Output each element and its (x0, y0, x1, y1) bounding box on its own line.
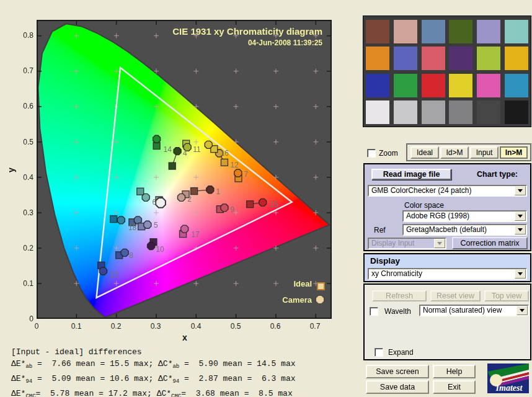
x-tick-label: 0.2 (104, 322, 128, 331)
view-mode-select[interactable]: Normal (saturated) view (419, 305, 529, 316)
chevron-down-icon (516, 306, 528, 315)
exit-button[interactable]: Exit (433, 380, 476, 394)
chromaticity-plot-canvas (37, 20, 332, 319)
chart-type-label: Chart type: (458, 170, 518, 179)
x-tick-label: 0.4 (184, 322, 208, 331)
y-tick-label: 0.6 (11, 102, 33, 110)
help-button[interactable]: Help (433, 365, 476, 378)
display-panel: Display xy Chromaticity (363, 253, 531, 282)
chart-timestamp: 04-Jun-2008 11:39:25 (248, 38, 322, 47)
reference-select[interactable]: GretagMacbeth (default) (402, 224, 527, 236)
x-tick-label: 0.1 (64, 322, 89, 331)
color-patch (394, 100, 417, 124)
x-tick-label: 0.3 (143, 322, 168, 331)
color-space-select[interactable]: Adobe RGB (1998) (402, 210, 527, 222)
colorchecker-patch-panel (363, 16, 531, 127)
zoom-checkbox[interactable] (367, 149, 376, 158)
read-image-file-button[interactable]: Read image file (371, 169, 451, 180)
wavelength-checkbox-label: Wavelth (384, 307, 411, 316)
ideal-marker-icon (317, 282, 325, 290)
chevron-down-icon (515, 186, 526, 195)
color-patch (366, 47, 389, 70)
x-tick-label: 0 (24, 322, 49, 331)
color-space-label: Color space (404, 201, 444, 210)
chevron-down-icon (515, 269, 526, 279)
color-patch (366, 100, 389, 124)
correction-matrix-button[interactable]: Correction matrix (452, 237, 528, 249)
color-patch (366, 74, 389, 97)
mode-button-id-m[interactable]: Id>M (440, 146, 469, 159)
color-patch (505, 20, 528, 43)
chevron-down-icon (515, 212, 526, 221)
save-screen-button[interactable]: Save screen (366, 365, 429, 378)
mode-button-ideal[interactable]: Ideal (410, 146, 439, 159)
chart-type-select[interactable]: GMB ColorChecker (24 patch) (368, 185, 527, 197)
display-header: Display (370, 256, 400, 265)
color-patch (449, 100, 472, 124)
chevron-down-icon (515, 225, 526, 234)
legend-ideal-label: Ideal (293, 279, 312, 288)
color-patch (449, 74, 472, 97)
x-tick-label: 0.7 (303, 322, 327, 331)
color-patch (477, 74, 500, 97)
color-patch (394, 47, 417, 70)
chevron-down-icon (434, 239, 445, 248)
y-tick-label: 0.2 (11, 244, 33, 252)
y-tick-label: 0.4 (11, 173, 33, 182)
input-settings-panel: Read image file Chart type: GMB ColorChe… (363, 163, 531, 251)
wavelength-checkbox[interactable] (370, 307, 378, 316)
x-axis-label: x (179, 332, 191, 342)
expand-checkbox-label: Expand (388, 348, 414, 357)
y-tick-label: 0.7 (11, 66, 33, 75)
y-tick-label: 0.3 (11, 208, 33, 217)
mode-button-in-m[interactable]: In>M (500, 146, 528, 159)
color-patch (422, 20, 445, 43)
color-patch (505, 100, 528, 124)
color-patch (366, 20, 389, 43)
display-mode-button-group: Ideal Id>M Input In>M (406, 143, 531, 161)
top-view-button[interactable]: Top view (484, 290, 529, 301)
refresh-button[interactable]: Refresh (372, 290, 427, 301)
color-patch (505, 47, 528, 70)
color-patch (505, 74, 528, 97)
save-data-button[interactable]: Save data (366, 380, 429, 394)
y-tick-label: 0.8 (11, 31, 33, 40)
display-select[interactable]: xy Chromaticity (368, 268, 527, 280)
legend-camera-label: Camera (282, 295, 312, 305)
y-tick-label: 0.1 (11, 279, 33, 288)
color-difference-stats: [Input - ideal] differencesΔE*ab = 7.66 … (11, 346, 296, 397)
x-tick-label: 0.5 (223, 322, 248, 331)
imatest-multicharts-window: CIE 1931 xy Chromaticity diagram 04-Jun-… (0, 0, 532, 397)
zoom-checkbox-label: Zoom (379, 149, 398, 158)
display-input-select: Display Input (368, 238, 446, 249)
x-tick-label: 0.6 (263, 322, 288, 331)
color-patch (449, 47, 472, 70)
reset-view-button[interactable]: Reset view (430, 290, 481, 301)
y-tick-label: 0.5 (11, 138, 33, 146)
color-patch (449, 20, 472, 43)
ref-label: Ref (374, 226, 386, 234)
chart-title: CIE 1931 xy Chromaticity diagram (172, 26, 322, 37)
imatest-logo: Imatest (487, 364, 529, 393)
y-axis-label: y (6, 167, 16, 172)
color-patch (422, 47, 445, 70)
color-patch (394, 20, 417, 43)
expand-checkbox[interactable] (375, 348, 383, 357)
color-patch (422, 100, 445, 124)
patch-grid (366, 20, 528, 124)
color-patch (394, 74, 417, 97)
mode-button-input[interactable]: Input (470, 146, 499, 159)
imatest-logo-text: Imatest (495, 383, 523, 393)
color-patch (477, 47, 500, 70)
color-patch (477, 100, 500, 124)
view-options-panel: Refresh Reset view Top view Wavelth Norm… (363, 283, 531, 360)
color-patch (477, 20, 500, 43)
color-patch (422, 74, 445, 97)
